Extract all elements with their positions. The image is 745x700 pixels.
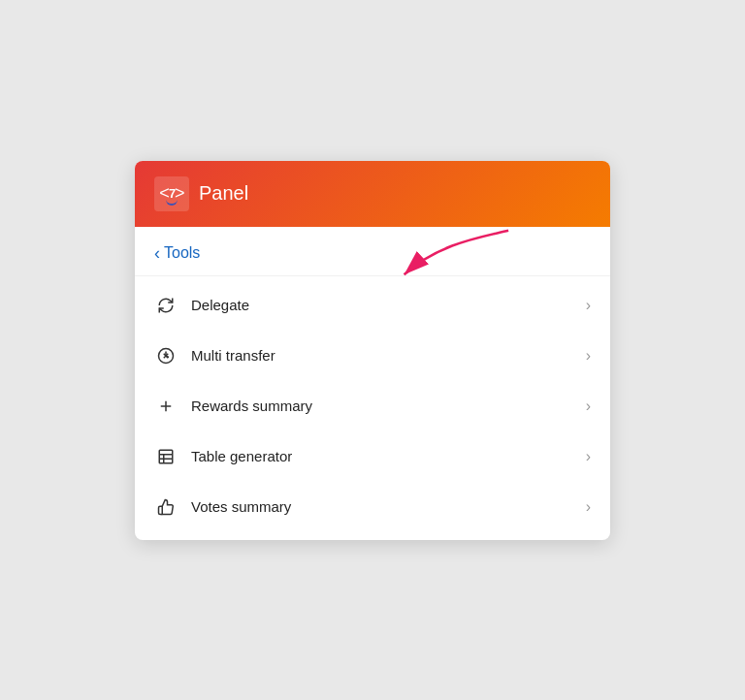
menu-item-rewards-summary[interactable]: Rewards summary › (135, 381, 610, 431)
menu-item-votes-summary[interactable]: Votes summary › (135, 482, 610, 532)
panel-logo: < 7 > (154, 176, 189, 211)
table-icon (154, 445, 178, 468)
menu-item-table-generator[interactable]: Table generator › (135, 431, 610, 482)
votes-summary-chevron-icon: › (586, 498, 591, 516)
multi-transfer-chevron-icon: › (586, 347, 591, 365)
table-generator-chevron-icon: › (586, 448, 591, 465)
votes-icon (154, 495, 178, 519)
delegate-label: Delegate (191, 297, 586, 313)
divider (135, 275, 610, 276)
menu-item-multi-transfer[interactable]: Multi transfer › (135, 331, 610, 381)
multi-transfer-label: Multi transfer (191, 347, 586, 364)
panel-body: ‹ Tools Delegate › (135, 227, 610, 540)
votes-summary-label: Votes summary (191, 498, 586, 515)
rewards-summary-chevron-icon: › (586, 398, 591, 415)
svg-rect-5 (159, 450, 173, 463)
delegate-icon (154, 294, 178, 317)
rewards-icon (154, 395, 178, 418)
logo-smile-decoration (166, 200, 178, 206)
logo-inner: < 7 > (159, 183, 183, 204)
panel-wrapper: < 7 > Panel ‹ Tools (135, 161, 610, 540)
rewards-summary-label: Rewards summary (191, 398, 586, 414)
back-nav-label: Tools (164, 244, 200, 262)
delegate-chevron-icon: › (586, 297, 591, 314)
panel-header: < 7 > Panel (135, 161, 610, 227)
transfer-icon (154, 344, 178, 367)
panel-container: < 7 > Panel ‹ Tools (135, 161, 610, 540)
table-generator-label: Table generator (191, 448, 586, 464)
back-nav[interactable]: ‹ Tools (135, 235, 610, 271)
back-chevron-icon: ‹ (154, 244, 160, 262)
panel-title: Panel (199, 182, 248, 205)
menu-item-delegate[interactable]: Delegate › (135, 280, 610, 331)
